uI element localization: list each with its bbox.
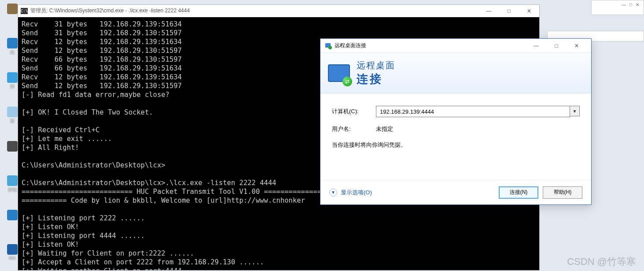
computer-label: 计算机(C): bbox=[332, 108, 376, 115]
cmd-title-text: 管理员: C:\Windows\System32\cmd.exe - .\lcx… bbox=[30, 7, 190, 15]
computer-input[interactable] bbox=[376, 106, 570, 117]
minimize-button[interactable]: — bbox=[526, 40, 546, 52]
close-button[interactable]: ✕ bbox=[519, 5, 539, 17]
connect-button[interactable]: 连接(N) bbox=[499, 186, 538, 199]
show-options-link[interactable]: ▼ 显示选项(O) bbox=[329, 189, 372, 197]
rdc-dialog: 远程桌面连接 — □ ✕ ⇄ 远程桌面 连接 计算机(C): ▼ 用户名: 未指… bbox=[320, 38, 592, 205]
show-options-label: 显示选项(O) bbox=[341, 189, 372, 197]
rdc-header-icon: ⇄ bbox=[327, 61, 351, 85]
chevron-down-icon: ▼ bbox=[329, 189, 337, 197]
rdc-titlebar[interactable]: 远程桌面连接 — □ ✕ bbox=[320, 39, 591, 53]
rdc-header: ⇄ 远程桌面 连接 bbox=[320, 53, 591, 93]
connect-badge-icon: ⇄ bbox=[342, 77, 352, 86]
background-window: — □ ✕ bbox=[591, 0, 644, 15]
cmd-titlebar[interactable]: C:\ 管理员: C:\Windows\System32\cmd.exe - .… bbox=[18, 5, 539, 17]
close-icon[interactable]: ✕ bbox=[636, 2, 639, 7]
rdc-icon bbox=[325, 42, 332, 49]
help-button[interactable]: 帮助(H) bbox=[543, 186, 582, 199]
min-icon[interactable]: — bbox=[622, 2, 626, 7]
rdc-header-line2: 连接 bbox=[357, 71, 395, 87]
minimize-button[interactable]: — bbox=[478, 5, 499, 17]
desktop-icons: 此 网 回 控制 Mic bbox=[6, 0, 18, 271]
rdc-title-text: 远程桌面连接 bbox=[335, 42, 366, 49]
close-button[interactable]: ✕ bbox=[567, 40, 587, 52]
max-icon[interactable]: □ bbox=[629, 2, 632, 7]
maximize-button[interactable]: □ bbox=[546, 40, 567, 52]
computer-combobox[interactable]: ▼ bbox=[376, 106, 580, 117]
chevron-down-icon[interactable]: ▼ bbox=[570, 106, 580, 116]
svg-point-1 bbox=[328, 46, 332, 49]
username-label: 用户名: bbox=[332, 125, 376, 133]
maximize-button[interactable]: □ bbox=[499, 5, 519, 17]
watermark: CSDN @竹等寒 bbox=[567, 255, 636, 268]
rdc-header-line1: 远程桌面 bbox=[357, 59, 395, 71]
credentials-info: 当你连接时将向你询问凭据。 bbox=[332, 141, 580, 149]
username-value: 未指定 bbox=[376, 125, 393, 133]
cmd-icon: C:\ bbox=[21, 8, 28, 14]
